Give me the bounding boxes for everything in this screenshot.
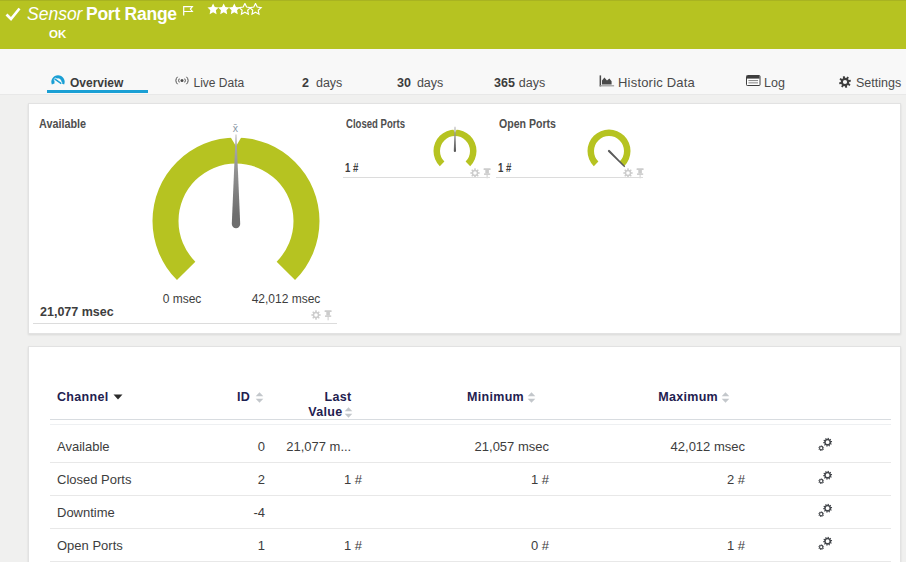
svg-text:x̄: x̄ [233,122,239,134]
